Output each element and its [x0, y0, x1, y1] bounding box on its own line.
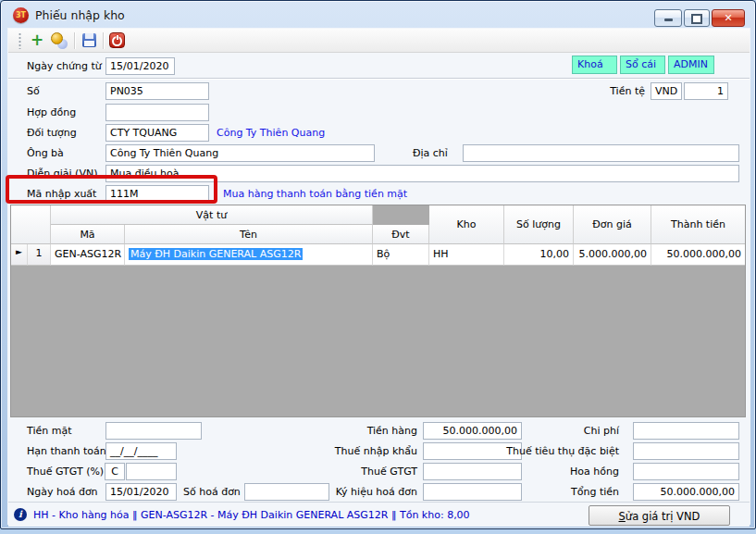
- cell-don-gia[interactable]: 5.000.000,00: [574, 244, 651, 266]
- status-bar: i HH - Kho hàng hóa ‖ GEN-ASG12R - Máy Đ…: [8, 502, 750, 527]
- save-button[interactable]: [81, 32, 98, 49]
- so-hoa-don-label: Số hoá đơn: [183, 486, 241, 498]
- add-button[interactable]: +: [29, 32, 45, 49]
- grid-header-don-gia[interactable]: Đơn giá: [574, 205, 651, 244]
- minimize-button[interactable]: [654, 9, 682, 27]
- thue-gtgt-pct-label: Thuế GTGT (%): [27, 466, 104, 478]
- window-title: Phiếu nhập kho: [35, 8, 125, 22]
- status-message: HH - Kho hàng hóa ‖ GEN-ASG12R - Máy ĐH …: [33, 509, 470, 521]
- toolbar-separator: [74, 32, 76, 49]
- cell-ma[interactable]: GEN-ASG12R: [51, 244, 125, 266]
- doi-tuong-label: Đối tượng: [27, 127, 77, 139]
- dien-giai-field[interactable]: Mua điều hoà: [105, 165, 739, 182]
- thue-gtgt-pct-code-field[interactable]: C: [105, 463, 125, 480]
- chi-phi-field[interactable]: [633, 422, 739, 440]
- close-button[interactable]: ✕: [712, 9, 745, 27]
- doi-tuong-field[interactable]: CTY TQUANG: [105, 124, 209, 142]
- ngay-hoa-don-label: Ngày hoá đơn: [27, 486, 98, 498]
- thue-gtgt-label: Thuế GTGT: [283, 466, 417, 478]
- tien-te-label: Tiền tệ: [584, 85, 645, 97]
- hoa-hong-label: Hoa hồng: [484, 466, 619, 478]
- doi-tuong-display-text: Công Ty Thiên Quang: [217, 127, 325, 139]
- dia-chi-label: Địa chỉ: [413, 147, 448, 159]
- toolbar: +: [8, 29, 750, 53]
- ma-nhap-xuat-display-text: Mua hàng thanh toán bằng tiền mặt: [223, 188, 407, 200]
- ky-hieu-hoa-don-label: Ký hiệu hoá đơn: [283, 486, 417, 498]
- add-icon: +: [31, 31, 43, 49]
- sua-gia-tri-vnd-button[interactable]: Sửa giá trị VND: [589, 505, 730, 526]
- tien-te-currency-field[interactable]: VND: [651, 82, 682, 100]
- ong-ba-field[interactable]: Công Ty Thiên Quang: [105, 144, 375, 162]
- ma-nhap-xuat-label: Mã nhập xuất: [27, 188, 96, 200]
- grid-header-dvt[interactable]: Đvt: [373, 225, 429, 244]
- titlebar[interactable]: 3T Phiếu nhập kho ✕: [3, 3, 753, 27]
- dien-giai-label: Diễn giải (VN): [27, 168, 97, 180]
- maximize-button[interactable]: [684, 9, 710, 27]
- thue-gtgt-pct-field[interactable]: [126, 463, 177, 480]
- ong-ba-label: Ông bà: [27, 147, 64, 159]
- tien-mat-field[interactable]: [105, 422, 202, 440]
- tien-te-rate-field[interactable]: 1: [684, 82, 728, 100]
- tien-hang-label: Tiền hàng: [283, 425, 417, 437]
- app-icon: 3T: [13, 7, 29, 23]
- divider: [8, 78, 750, 80]
- cell-dvt[interactable]: Bộ: [373, 244, 429, 266]
- row-indicator[interactable]: ►: [11, 244, 28, 266]
- hop-dong-field[interactable]: [105, 104, 209, 121]
- ngay-chung-tu-label: Ngày chứng từ: [27, 60, 102, 72]
- window-phieu-nhap-kho: 3T Phiếu nhập kho ✕ + Ngày chứng từ 15/0…: [0, 0, 756, 529]
- admin-button[interactable]: ADMIN: [668, 56, 714, 74]
- thue-ttdb-field[interactable]: [633, 442, 739, 460]
- power-icon: [109, 32, 125, 48]
- thue-ttdb-label: Thuế tiêu thụ đặc biệt: [484, 445, 619, 457]
- ma-nhap-xuat-field[interactable]: 111M: [105, 185, 209, 203]
- grid-header-thanh-tien[interactable]: Thành tiền: [651, 205, 745, 244]
- selected-text: Máy ĐH Daikin GENERAL ASG12R: [129, 248, 303, 260]
- toolbar-separator: [103, 32, 105, 49]
- so-label: Số: [27, 85, 40, 97]
- grid-header-vat-tu[interactable]: Vật tư: [51, 205, 373, 225]
- ngay-hoa-don-field[interactable]: 15/01/2020: [105, 483, 177, 501]
- thue-nhap-khau-label: Thuế nhập khẩu: [283, 445, 417, 457]
- chi-phi-label: Chi phí: [484, 425, 619, 437]
- save-icon: [82, 33, 96, 47]
- cell-thanh-tien[interactable]: 50.000.000,00: [651, 244, 745, 266]
- khoa-button[interactable]: Khoá: [572, 56, 617, 74]
- copy-button[interactable]: [51, 32, 68, 49]
- grid-header-kho[interactable]: Kho: [429, 205, 504, 244]
- exit-button[interactable]: [109, 32, 126, 49]
- info-icon: i: [14, 508, 27, 521]
- toolbar-grip[interactable]: [19, 32, 21, 49]
- cell-ten[interactable]: Máy ĐH Daikin GENERAL ASG12R: [125, 244, 373, 266]
- han-thanh-toan-field[interactable]: __/__/____: [105, 442, 177, 460]
- han-thanh-toan-label: Hạn thanh toán: [27, 445, 106, 457]
- grid-header-so-luong[interactable]: Số lượng: [504, 205, 574, 244]
- row-number[interactable]: 1: [28, 244, 51, 266]
- tong-tien-label: Tổng tiền: [484, 486, 619, 498]
- ngay-chung-tu-field[interactable]: 15/01/2020: [105, 57, 175, 75]
- so-field[interactable]: PN035: [105, 82, 209, 100]
- hop-dong-label: Hợp đồng: [27, 106, 76, 118]
- hoa-hong-field[interactable]: [633, 463, 739, 480]
- tien-mat-label: Tiền mặt: [27, 425, 71, 437]
- tong-tien-field[interactable]: 50.000.000,00: [633, 483, 739, 501]
- grid-header-ten[interactable]: Tên: [125, 225, 373, 244]
- dia-chi-field[interactable]: [463, 144, 739, 162]
- cell-kho[interactable]: HH: [429, 244, 504, 266]
- item-grid: Vật tư Kho Số lượng Đơn giá Thành tiền M…: [10, 205, 746, 417]
- close-icon: ✕: [724, 12, 732, 24]
- grid-header-ma[interactable]: Mã: [51, 225, 125, 244]
- maximize-icon: [691, 14, 702, 24]
- grid-corner-header: [11, 205, 51, 244]
- minimize-icon: [664, 19, 673, 21]
- so-cai-button[interactable]: Sổ cái: [620, 56, 665, 74]
- cell-so-luong[interactable]: 10,00: [504, 244, 574, 266]
